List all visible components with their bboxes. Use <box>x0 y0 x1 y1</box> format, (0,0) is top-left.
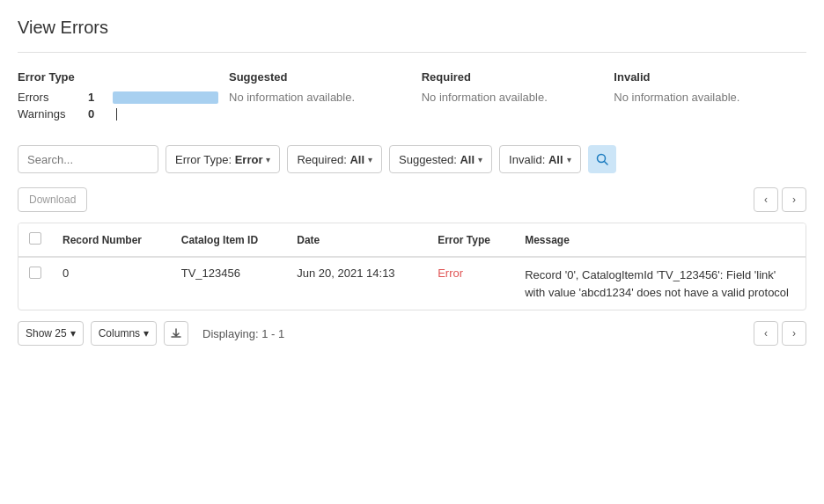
summary-label-errors: Errors <box>18 91 88 104</box>
svg-line-1 <box>604 162 607 165</box>
error-type-dropdown[interactable]: Error Type: Error ▾ <box>166 145 280 173</box>
invalid-label: Invalid: All <box>509 153 563 166</box>
table-header: Record Number Catalog Item ID Date Error… <box>18 223 806 257</box>
warnings-cursor <box>116 108 117 121</box>
summary-col-error-type: Error Type Errors 1 Warnings 0 <box>18 70 229 124</box>
summary-header-invalid: Invalid <box>614 70 806 84</box>
show-rows-chevron-icon: ▾ <box>70 327 76 340</box>
col-header-date: Date <box>286 223 427 257</box>
summary-header-error-type: Error Type <box>18 70 229 84</box>
bottom-row: Show 25 ▾ Columns ▾ Displaying: 1 - 1 ‹ … <box>18 321 806 346</box>
suggested-no-info-errors: No information available. <box>229 91 355 104</box>
summary-count-warnings: 0 <box>88 107 106 121</box>
cell-error-type: Error <box>427 257 514 310</box>
cell-date: Jun 20, 2021 14:13 <box>286 257 427 310</box>
download-button[interactable]: Download <box>18 187 87 212</box>
error-type-chevron-icon: ▾ <box>266 155 270 164</box>
next-page-top-button[interactable]: › <box>782 187 806 212</box>
search-input[interactable] <box>18 145 158 173</box>
table-header-row: Record Number Catalog Item ID Date Error… <box>18 223 806 257</box>
invalid-chevron-icon: ▾ <box>567 155 571 164</box>
errors-table: Record Number Catalog Item ID Date Error… <box>18 223 806 310</box>
cell-record-number: 0 <box>52 257 171 310</box>
col-header-error-type: Error Type <box>427 223 514 257</box>
row-checkbox[interactable] <box>29 267 41 279</box>
search-button[interactable] <box>588 145 616 173</box>
summary-label-warnings: Warnings <box>18 107 88 121</box>
bottom-left-controls: Show 25 ▾ Columns ▾ Displaying: 1 - 1 <box>18 321 284 346</box>
toolbar-row: Download ‹ › <box>18 187 806 212</box>
prev-page-top-button[interactable]: ‹ <box>754 187 778 212</box>
col-header-record-number: Record Number <box>52 223 171 257</box>
filter-row: Error Type: Error ▾ Required: All ▾ Sugg… <box>18 145 806 173</box>
summary-suggested-errors: No information available. <box>229 91 422 104</box>
columns-chevron-icon: ▾ <box>143 327 149 340</box>
summary-col-required: Required No information available. <box>422 70 614 124</box>
download-icon <box>170 327 182 340</box>
summary-invalid-errors: No information available. <box>614 91 806 104</box>
columns-dropdown[interactable]: Columns ▾ <box>91 321 157 346</box>
summary-col-suggested: Suggested No information available. <box>229 70 422 124</box>
error-type-value: Error <box>438 267 463 280</box>
error-type-label: Error Type: Error <box>175 153 262 166</box>
next-page-bottom-button[interactable]: › <box>782 321 806 346</box>
required-no-info-errors: No information available. <box>422 91 548 104</box>
show-rows-dropdown[interactable]: Show 25 ▾ <box>18 321 84 346</box>
suggested-dropdown[interactable]: Suggested: All ▾ <box>389 145 492 173</box>
export-button[interactable] <box>164 321 188 346</box>
invalid-no-info-errors: No information available. <box>614 91 739 104</box>
errors-table-container: Record Number Catalog Item ID Date Error… <box>18 223 806 310</box>
suggested-chevron-icon: ▾ <box>478 155 482 164</box>
cell-catalog-item-id: TV_123456 <box>171 257 287 310</box>
columns-label: Columns <box>99 327 140 340</box>
table-row: 0 TV_123456 Jun 20, 2021 14:13 Error Rec… <box>18 257 806 310</box>
suggested-label: Suggested: All <box>399 153 475 166</box>
required-chevron-icon: ▾ <box>368 155 372 164</box>
show-rows-label: Show 25 <box>26 327 67 340</box>
summary-row-errors: Errors 1 <box>18 91 229 104</box>
pagination-bottom: ‹ › <box>754 321 806 346</box>
summary-col-invalid: Invalid No information available. <box>614 70 806 124</box>
required-dropdown[interactable]: Required: All ▾ <box>287 145 382 173</box>
displaying-text: Displaying: 1 - 1 <box>202 327 284 340</box>
title-divider <box>18 52 806 53</box>
summary-count-errors: 1 <box>88 91 106 104</box>
invalid-dropdown[interactable]: Invalid: All ▾ <box>499 145 580 173</box>
cell-message: Record '0', CatalogItemId 'TV_123456': F… <box>514 257 806 310</box>
col-header-message: Message <box>514 223 806 257</box>
summary-required-errors: No information available. <box>422 91 614 104</box>
required-label: Required: All <box>297 153 364 166</box>
summary-row-warnings: Warnings 0 <box>18 107 229 121</box>
select-all-checkbox[interactable] <box>29 232 41 245</box>
summary-header-required: Required <box>422 70 614 84</box>
col-header-catalog-item-id: Catalog Item ID <box>171 223 287 257</box>
page-title: View Errors <box>18 18 806 38</box>
table-body: 0 TV_123456 Jun 20, 2021 14:13 Error Rec… <box>18 257 806 310</box>
prev-page-bottom-button[interactable]: ‹ <box>754 321 778 346</box>
search-icon <box>596 153 608 165</box>
errors-progress-bar <box>113 91 218 104</box>
summary-header-suggested: Suggested <box>229 70 422 84</box>
row-checkbox-cell <box>18 257 52 310</box>
pagination-top: ‹ › <box>754 187 806 212</box>
summary-section: Error Type Errors 1 Warnings 0 Suggested… <box>18 70 806 124</box>
col-header-checkbox <box>18 223 52 257</box>
